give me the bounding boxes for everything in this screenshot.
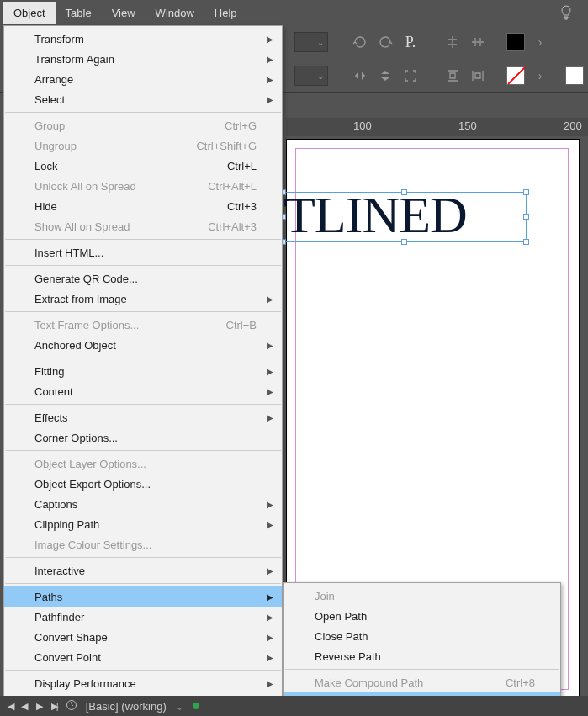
menu-item-arrange[interactable]: Arrange▶ bbox=[4, 69, 282, 89]
menu-item-label: Reverse Path bbox=[315, 650, 381, 663]
nav-next-icon[interactable]: ▶ bbox=[36, 701, 43, 712]
submenu-item-make-compound-path: Make Compound PathCtrl+8 bbox=[284, 672, 560, 692]
menu-item-convert-point[interactable]: Convert Point▶ bbox=[4, 647, 282, 667]
menu-item-effects[interactable]: Effects▶ bbox=[4, 407, 282, 427]
menu-item-label: Clipping Path bbox=[34, 518, 99, 531]
handle-s[interactable] bbox=[401, 239, 407, 245]
menu-item-label: Generate QR Code... bbox=[34, 273, 138, 285]
chevron-right-icon[interactable]: › bbox=[530, 66, 550, 86]
menu-item-lock[interactable]: LockCtrl+L bbox=[4, 156, 282, 176]
flip-v-icon[interactable] bbox=[375, 66, 395, 86]
menu-item-pathfinder[interactable]: Pathfinder▶ bbox=[4, 607, 282, 627]
chevron-right-icon: ▶ bbox=[267, 294, 273, 304]
object-menu: Transform▶Transform Again▶Arrange▶Select… bbox=[3, 25, 283, 697]
workspace-label: [Basic] (working) bbox=[86, 700, 167, 713]
submenu-item-open-path[interactable]: Open Path bbox=[284, 606, 560, 626]
chevron-right-icon: ▶ bbox=[267, 520, 273, 529]
menu-item-fitting[interactable]: Fitting▶ bbox=[4, 361, 282, 381]
chevron-right-icon: ▶ bbox=[267, 679, 273, 688]
menu-item-transform-again[interactable]: Transform Again▶ bbox=[4, 49, 282, 69]
menu-item-shortcut: Ctrl+8 bbox=[506, 676, 535, 689]
bulb-icon[interactable] bbox=[559, 5, 573, 24]
menu-item-label: Display Performance bbox=[34, 677, 136, 690]
menu-item-extract-from-image[interactable]: Extract from Image▶ bbox=[4, 289, 282, 309]
submenu-item-reverse-path[interactable]: Reverse Path bbox=[284, 646, 560, 666]
menu-item-display-performance[interactable]: Display Performance▶ bbox=[4, 673, 282, 693]
nav-last-icon[interactable]: ▶| bbox=[51, 701, 57, 712]
chevron-right-icon: ▶ bbox=[267, 341, 273, 350]
flip-h-icon[interactable] bbox=[350, 66, 370, 86]
menu-item-object-export-options[interactable]: Object Export Options... bbox=[4, 474, 282, 494]
menu-item-label: Content bbox=[34, 385, 73, 398]
handle-ne[interactable] bbox=[523, 189, 529, 195]
menu-item-hide[interactable]: HideCtrl+3 bbox=[4, 196, 282, 216]
menubar-item-help[interactable]: Help bbox=[204, 2, 247, 24]
menu-item-shortcut: Ctrl+G bbox=[225, 119, 257, 132]
menubar-item-object[interactable]: Object bbox=[3, 2, 56, 24]
status-bar: |◀ ◀ ▶ ▶| [Basic] (working) ⌄ bbox=[0, 696, 588, 716]
menu-item-group: GroupCtrl+G bbox=[4, 115, 282, 135]
handle-n[interactable] bbox=[401, 189, 407, 195]
menu-item-transform[interactable]: Transform▶ bbox=[4, 29, 282, 49]
menu-item-generate-qr-code[interactable]: Generate QR Code... bbox=[4, 268, 282, 289]
menu-item-anchored-object[interactable]: Anchored Object▶ bbox=[4, 335, 282, 355]
handle-e[interactable] bbox=[523, 214, 529, 220]
stroke-none-swatch[interactable] bbox=[506, 66, 525, 85]
chevron-right-icon: ▶ bbox=[267, 34, 273, 44]
menu-item-label: Pathfinder bbox=[34, 611, 84, 623]
menu-item-convert-shape[interactable]: Convert Shape▶ bbox=[4, 627, 282, 647]
menu-item-show-all-on-spread: Show All on SpreadCtrl+Alt+3 bbox=[4, 216, 282, 236]
dropdown[interactable] bbox=[294, 66, 328, 86]
menu-item-label: Paths bbox=[34, 591, 62, 603]
chevron-right-icon: ▶ bbox=[267, 55, 273, 64]
menu-item-paths[interactable]: Paths▶ bbox=[4, 586, 282, 607]
align-icon-2[interactable] bbox=[468, 32, 488, 52]
chevron-right-icon: ▶ bbox=[267, 500, 273, 509]
nav-prev-icon[interactable]: ◀ bbox=[21, 701, 28, 712]
distribute-icon-2[interactable] bbox=[468, 66, 488, 86]
menu-item-captions[interactable]: Captions▶ bbox=[4, 494, 282, 514]
menu-item-label: Fitting bbox=[34, 365, 64, 378]
submenu-item-close-path[interactable]: Close Path bbox=[284, 626, 560, 646]
chevron-right-icon: ▶ bbox=[267, 633, 273, 642]
align-icon-1[interactable] bbox=[442, 32, 463, 52]
rotate-cw-icon[interactable] bbox=[375, 32, 395, 52]
menu-item-insert-html[interactable]: Insert HTML... bbox=[4, 242, 282, 263]
p-icon[interactable]: P. bbox=[400, 32, 421, 52]
preflight-icon[interactable] bbox=[66, 699, 77, 713]
ruler-tick: 150 bbox=[458, 119, 477, 132]
menu-item-shortcut: Ctrl+Alt+L bbox=[208, 180, 257, 193]
menu-item-interactive[interactable]: Interactive▶ bbox=[4, 560, 282, 581]
menubar-item-window[interactable]: Window bbox=[146, 2, 204, 24]
swatch-white[interactable] bbox=[565, 66, 584, 85]
menu-item-select[interactable]: Select▶ bbox=[4, 89, 282, 109]
dropdown[interactable] bbox=[294, 32, 328, 52]
menu-item-label: Lock bbox=[34, 160, 57, 172]
chevron-right-icon: ▶ bbox=[267, 387, 273, 396]
handle-se[interactable] bbox=[523, 239, 529, 245]
menu-item-shortcut: Ctrl+Alt+3 bbox=[208, 220, 257, 233]
menu-item-content[interactable]: Content▶ bbox=[4, 381, 282, 401]
distribute-icon-1[interactable] bbox=[442, 66, 463, 86]
menu-item-label: Join bbox=[315, 590, 335, 602]
menu-item-label: Make Compound Path bbox=[315, 676, 423, 689]
crop-brackets-icon[interactable] bbox=[400, 66, 421, 86]
menubar-item-view[interactable]: View bbox=[102, 2, 146, 24]
status-dot-icon bbox=[193, 703, 199, 709]
menu-item-corner-options[interactable]: Corner Options... bbox=[4, 427, 282, 448]
menu-item-label: Transform Again bbox=[34, 53, 114, 66]
chevron-right-icon: ▶ bbox=[267, 592, 273, 602]
menu-item-ungroup: UngroupCtrl+Shift+G bbox=[4, 135, 282, 156]
menu-item-label: Object Layer Options... bbox=[34, 458, 146, 470]
selection-frame[interactable] bbox=[283, 192, 527, 242]
menubar-item-table[interactable]: Table bbox=[56, 2, 102, 24]
chevron-right-icon: ▶ bbox=[267, 95, 273, 104]
ruler-tick: 100 bbox=[353, 119, 372, 132]
menu-item-clipping-path[interactable]: Clipping Path▶ bbox=[4, 514, 282, 534]
fill-color-swatch[interactable] bbox=[506, 33, 525, 51]
menu-item-label: Select bbox=[34, 93, 65, 106]
nav-first-icon[interactable]: |◀ bbox=[7, 701, 13, 712]
chevron-right-icon[interactable]: › bbox=[530, 32, 550, 52]
menu-item-label: Extract from Image bbox=[34, 293, 127, 305]
rotate-ccw-icon[interactable] bbox=[350, 32, 370, 52]
